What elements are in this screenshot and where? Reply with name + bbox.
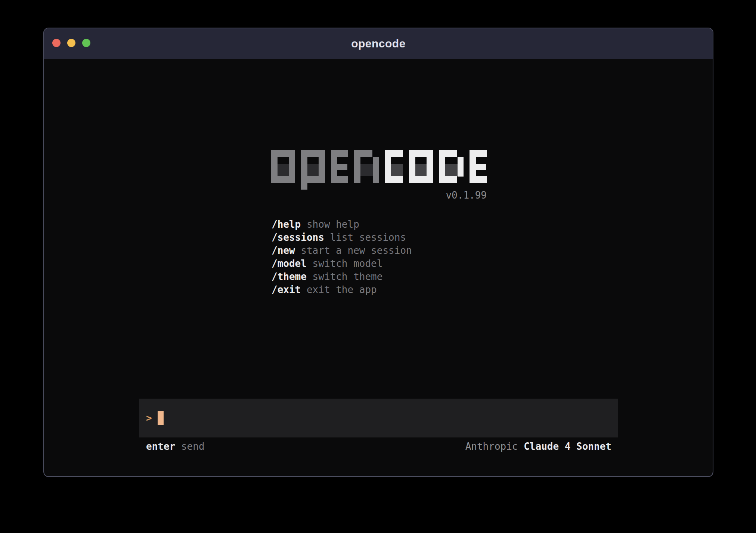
window-title: opencode [44,37,713,50]
enter-key-label: enter [146,441,175,452]
command-row: /exit exit the app [272,283,412,296]
titlebar[interactable]: opencode [44,28,713,59]
prompt-symbol: > [146,412,152,424]
command-description: show help [307,219,359,230]
command-description: exit the app [307,284,377,295]
version-label: v0.1.99 [271,190,487,201]
command-row: /sessions list sessions [272,231,412,244]
command-description: list sessions [330,232,406,243]
command-description: switch model [313,258,383,269]
command-name: /exit [272,284,301,295]
close-button[interactable] [52,39,61,47]
command-description: switch theme [313,271,383,282]
send-hint: enter send [146,440,205,452]
command-description: start a new session [301,245,412,256]
opencode-logo [271,150,487,190]
text-cursor [158,411,164,425]
command-row: /help show help [272,218,412,231]
command-name: /sessions [272,232,324,243]
command-name: /help [272,219,301,230]
command-name: /theme [272,271,307,282]
command-name: /new [272,245,295,256]
send-action-label: send [181,441,205,452]
minimize-button[interactable] [67,39,75,47]
command-name: /model [272,258,307,269]
model-label: Claude 4 Sonnet [524,441,611,452]
command-row: /theme switch theme [272,270,412,283]
app-window: opencode v0.1.99 /help show help /sessio… [43,28,713,477]
status-bar: enter send Anthropic Claude 4 Sonnet [146,440,611,452]
traffic-lights [52,39,90,47]
command-row: /model switch model [272,257,412,270]
prompt-input[interactable]: > [139,399,618,437]
command-row: /new start a new session [272,244,412,257]
zoom-button[interactable] [82,39,90,47]
provider-label: Anthropic [465,441,518,452]
model-indicator: Anthropic Claude 4 Sonnet [465,440,611,452]
command-list: /help show help /sessions list sessions … [272,218,412,296]
